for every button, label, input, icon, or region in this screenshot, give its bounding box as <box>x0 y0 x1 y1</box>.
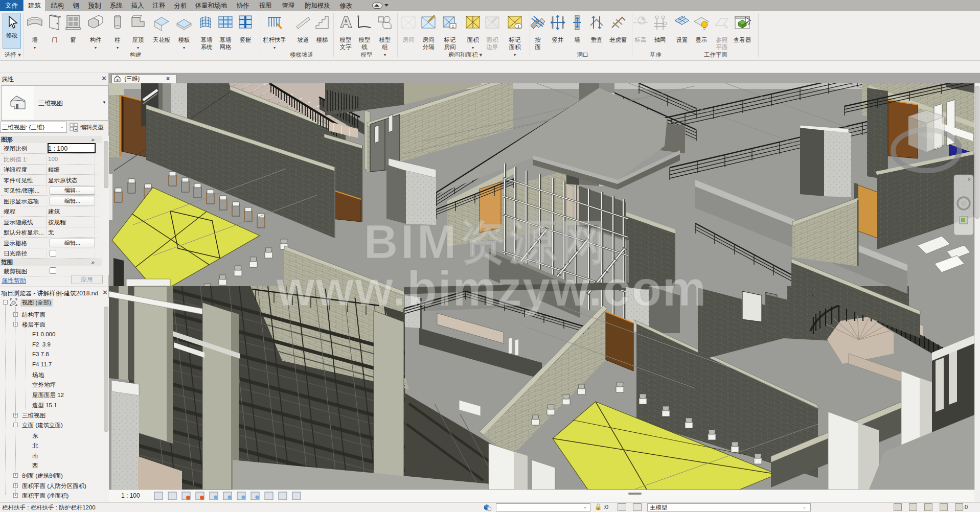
svg-text:1: 1 <box>634 16 636 20</box>
svg-text:1: 1 <box>517 24 520 29</box>
svg-text:×: × <box>968 177 971 182</box>
svg-text:1: 1 <box>452 24 454 29</box>
svg-text:www.bimzyw.com: www.bimzyw.com <box>276 261 707 316</box>
svg-text:BIM资源网: BIM资源网 <box>364 216 610 268</box>
